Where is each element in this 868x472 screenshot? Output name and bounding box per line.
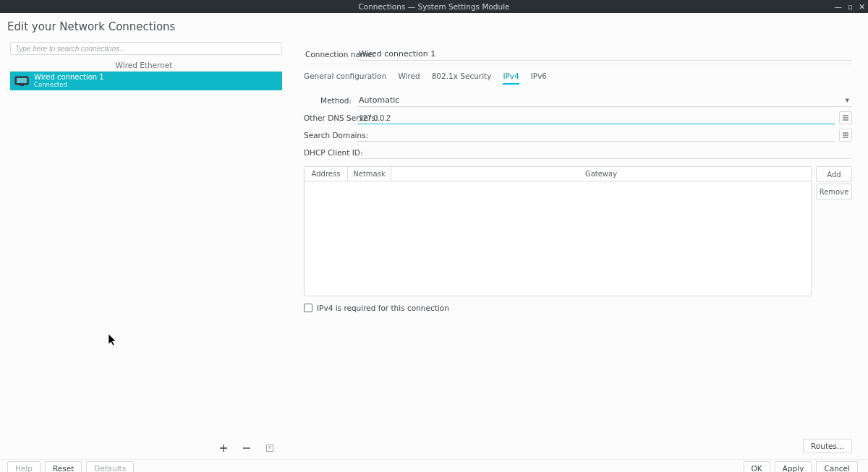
list-icon <box>842 132 849 139</box>
connection-list-item[interactable]: Wired connection 1 Connected <box>10 72 282 90</box>
connections-search[interactable] <box>10 42 282 55</box>
dhcp-client-id-label: DHCP Client ID: <box>304 148 357 157</box>
method-label: Method: <box>304 96 357 105</box>
connection-editor: Connection name: Wired connection 1 Gene… <box>288 38 868 456</box>
tab-general[interactable]: General configuration <box>304 69 386 85</box>
address-col-header[interactable]: Address <box>305 167 348 181</box>
chevron-down-icon: ▾ <box>845 95 852 105</box>
connection-list-toolbar <box>0 440 288 456</box>
address-remove-button[interactable]: Remove <box>816 184 852 199</box>
method-value: Automatic <box>359 95 399 105</box>
address-add-button[interactable]: Add <box>816 166 852 182</box>
connection-item-status: Connected <box>34 81 104 88</box>
tab-ipv4[interactable]: IPv4 <box>503 69 519 85</box>
edit-dns-servers-button[interactable] <box>839 111 852 124</box>
window-title: Connections — System Settings Module <box>358 2 509 11</box>
address-table-body[interactable] <box>305 181 811 296</box>
window-maximize-icon[interactable]: ▫ <box>848 2 853 11</box>
address-table[interactable]: Address Netmask Gateway <box>304 166 812 296</box>
connection-name-value: Wired connection 1 <box>359 49 435 59</box>
routes-button[interactable]: Routes... <box>803 439 852 453</box>
edit-search-domains-button[interactable] <box>839 129 852 142</box>
window-titlebar: Connections — System Settings Module — ▫… <box>0 0 868 13</box>
ipv4-required-checkbox[interactable] <box>304 304 312 312</box>
page-title: Edit your Network Connections <box>0 13 868 38</box>
connection-item-name: Wired connection 1 <box>34 74 104 81</box>
window-close-icon[interactable]: ✕ <box>859 2 865 11</box>
svg-rect-1 <box>17 78 27 83</box>
tab-802-1x-security[interactable]: 802.1x Security <box>432 69 492 85</box>
other-dns-label: Other DNS Servers: <box>304 113 357 122</box>
svg-rect-2 <box>20 85 24 86</box>
remove-connection-button[interactable] <box>242 443 252 453</box>
tab-wired[interactable]: Wired <box>398 69 420 85</box>
connection-name-label: Connection name: <box>304 50 357 59</box>
tab-ipv6[interactable]: IPv6 <box>531 69 547 85</box>
other-dns-input[interactable] <box>357 111 835 124</box>
method-select[interactable]: Automatic ▾ <box>357 94 852 107</box>
list-icon <box>842 114 849 121</box>
search-input[interactable] <box>14 44 278 53</box>
ipv4-required-label: IPv4 is required for this connection <box>317 304 449 312</box>
search-domains-input[interactable] <box>357 129 835 142</box>
connections-sidebar: Wired Ethernet Wired connection 1 Connec… <box>0 38 288 456</box>
window-minimize-icon[interactable]: — <box>835 2 843 11</box>
gateway-col-header[interactable]: Gateway <box>391 167 811 181</box>
divider <box>304 64 852 64</box>
add-connection-button[interactable] <box>218 443 229 453</box>
connection-name-field[interactable]: Wired connection 1 <box>357 48 852 61</box>
editor-tabs: General configuration Wired 802.1x Secur… <box>304 69 852 85</box>
ok-button[interactable]: OK <box>744 461 770 473</box>
search-domains-label: Search Domains: <box>304 131 357 140</box>
reset-button[interactable]: Reset <box>45 461 82 473</box>
dhcp-client-id-input[interactable] <box>357 146 852 159</box>
cancel-button[interactable]: Cancel <box>816 461 858 473</box>
dialog-footer: Help Reset Defaults OK Apply Cancel <box>0 459 868 472</box>
defaults-button[interactable]: Defaults <box>86 461 134 473</box>
connection-group-label: Wired Ethernet <box>0 61 288 69</box>
help-button[interactable]: Help <box>7 461 41 473</box>
netmask-col-header[interactable]: Netmask <box>348 167 391 181</box>
export-connection-button[interactable] <box>265 443 275 453</box>
apply-button[interactable]: Apply <box>775 461 812 473</box>
ethernet-icon <box>14 74 30 88</box>
